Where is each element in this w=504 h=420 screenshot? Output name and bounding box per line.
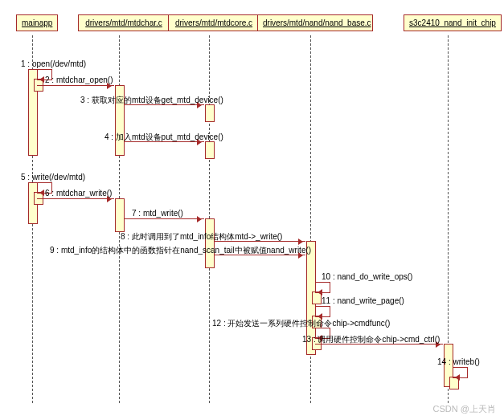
msg-11: 11 : nand_write_page() (322, 296, 404, 305)
activation (205, 104, 215, 122)
participant-nandbase: drivers/mtd/nand/nand_base.c (257, 14, 373, 31)
msg-7: 7 : mtd_write() (132, 209, 183, 218)
activation (205, 218, 215, 268)
msg-9: 9 : mtd_info的结构体中的函数指针在nand_scan_tail中被赋… (50, 245, 311, 256)
msg-12: 12 : 开始发送一系列硬件控制命令chip->cmdfunc() (212, 318, 390, 329)
sequence-diagram: mainapp drivers/mtd/mtdchar.c drivers/mt… (0, 0, 504, 420)
msg-8: 8 : 此时调用到了mtd_info结构体mtd->_write() (121, 231, 282, 243)
activation (205, 141, 215, 159)
msg-2: 2 : mtdchar_open() (45, 75, 113, 84)
participant-mtdchar: drivers/mtd/mtdchar.c (78, 14, 170, 31)
arrow (124, 218, 204, 219)
watermark: CSDN @上天肖 (433, 403, 496, 415)
arrow (37, 198, 114, 199)
msg-13: 13 : 调用硬件控制命令chip->cmd_ctrl() (302, 334, 440, 345)
msg-1: 1 : open(/dev/mtd) (21, 59, 86, 68)
self-call (315, 306, 330, 317)
msg-14: 14 : writeb() (437, 357, 480, 366)
msg-6: 6 : mtdchar_write() (45, 189, 112, 198)
msg-5: 5 : write(/dev/mtd) (21, 173, 85, 181)
msg-3: 3 : 获取对应的mtd设备get_mtd_device() (80, 95, 223, 106)
participant-mtdcore: drivers/mtd/mtdcore.c (168, 14, 260, 31)
self-call (453, 367, 468, 378)
self-call (315, 282, 330, 293)
activation (115, 198, 125, 232)
participant-mainapp: mainapp (16, 14, 58, 31)
arrow (37, 85, 114, 86)
msg-4: 4 : 加入mtd设备put_mtd_device() (104, 132, 223, 143)
msg-10: 10 : nand_do_write_ops() (322, 272, 412, 281)
participant-s3c: s3c2410_nand_init_chip (404, 14, 502, 31)
